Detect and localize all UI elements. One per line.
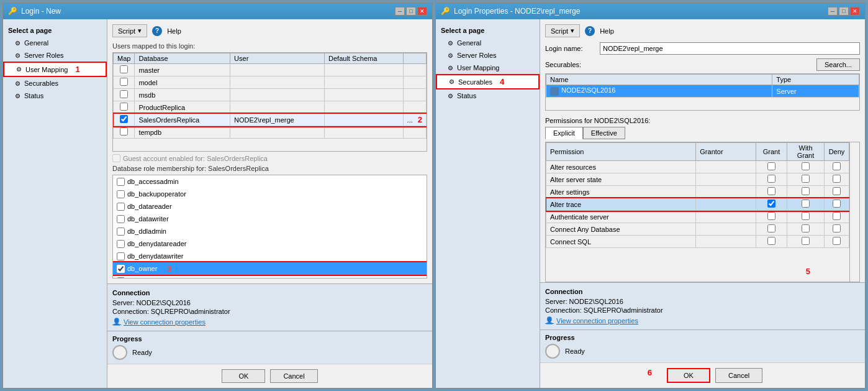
guest-checkbox[interactable]: [112, 154, 120, 162]
sidebar-item-securables-1[interactable]: ⚙ Securables: [3, 77, 107, 90]
perm-deny-checkbox[interactable]: [833, 187, 841, 195]
sidebar-item-server-roles-1[interactable]: ⚙ Server Roles: [3, 49, 107, 62]
perm-with-grant-checkbox[interactable]: [802, 162, 810, 170]
close-btn-2[interactable]: ✕: [850, 7, 860, 16]
table-row: master: [114, 64, 427, 76]
minimize-btn-1[interactable]: ─: [395, 7, 405, 16]
role-item[interactable]: db_denydatawriter: [113, 250, 427, 262]
securables-row[interactable]: NODE2\SQL2016Server: [546, 85, 859, 98]
permission-row[interactable]: Alter settings: [546, 186, 849, 198]
role-checkbox[interactable]: [117, 228, 125, 236]
sidebar-label-user-mapping-2: User Mapping: [457, 64, 499, 71]
permission-row[interactable]: Alter server state: [546, 173, 849, 186]
help-icon-2[interactable]: ?: [585, 26, 595, 36]
sec-col-type: Type: [772, 75, 859, 85]
role-checkbox[interactable]: [117, 203, 125, 211]
perm-grant-checkbox[interactable]: [767, 187, 775, 195]
permission-row[interactable]: Alter resources: [546, 161, 849, 173]
row-checkbox[interactable]: [120, 65, 128, 73]
help-icon-1[interactable]: ?: [152, 26, 162, 36]
row-checkbox[interactable]: [120, 90, 128, 98]
perm-grant-checkbox[interactable]: [767, 162, 775, 170]
minimize-btn-2[interactable]: ─: [828, 7, 838, 16]
permission-row[interactable]: Connect Any Database: [546, 223, 849, 236]
role-item[interactable]: db_owner3: [113, 262, 427, 275]
perm-deny-checkbox[interactable]: [833, 175, 841, 183]
ok-btn-2[interactable]: OK: [667, 368, 710, 383]
perm-grant-checkbox[interactable]: [767, 224, 775, 232]
perm-grant-checkbox[interactable]: [767, 200, 775, 208]
perm-with-grant-checkbox[interactable]: [802, 187, 810, 195]
scrollbar-perm[interactable]: [849, 142, 859, 282]
sidebar-label-general-2: General: [457, 39, 481, 47]
role-checkbox[interactable]: [117, 252, 125, 260]
role-item[interactable]: db_denydatareader: [113, 237, 427, 250]
login-name-input[interactable]: [600, 42, 860, 55]
view-connection-link-2[interactable]: 👤 View connection properties: [545, 316, 860, 324]
col-user: User: [230, 53, 325, 64]
script-btn-1[interactable]: Script ▾: [112, 24, 147, 37]
perm-grant-checkbox[interactable]: [767, 212, 775, 220]
sidebar-item-securables-2[interactable]: ⚙ Securables 4: [436, 74, 540, 90]
tab-effective[interactable]: Effective: [583, 127, 625, 139]
row-checkbox[interactable]: [120, 78, 128, 86]
role-checkbox[interactable]: [117, 190, 125, 198]
role-item[interactable]: db_ddladmin: [113, 225, 427, 237]
sidebar-item-user-mapping-1[interactable]: ⚙ User Mapping 1: [3, 62, 107, 77]
perm-deny-checkbox[interactable]: [833, 212, 841, 220]
footer-1: OK Cancel: [107, 364, 432, 388]
guest-label: Guest account enabled for: SalesOrdersRe…: [123, 155, 268, 162]
role-item[interactable]: db_securityadmin: [113, 275, 427, 278]
maximize-btn-2[interactable]: □: [839, 7, 849, 16]
role-checkbox[interactable]: [117, 215, 125, 223]
cancel-btn-1[interactable]: Cancel: [270, 369, 317, 383]
row-checkbox[interactable]: [120, 127, 128, 136]
sidebar-item-status-2[interactable]: ⚙ Status: [436, 90, 540, 102]
view-connection-link-1[interactable]: 👤 View connection properties: [112, 318, 427, 326]
sidebar-item-general-1[interactable]: ⚙ General: [3, 37, 107, 49]
permission-row[interactable]: Alter trace: [546, 198, 849, 211]
perm-with-grant-checkbox[interactable]: [802, 200, 810, 208]
role-checkbox[interactable]: [117, 240, 125, 248]
tabs-row: Explicit Effective: [545, 127, 860, 139]
role-checkbox[interactable]: [117, 265, 125, 273]
ok-btn-1[interactable]: OK: [222, 369, 265, 383]
permission-row[interactable]: Authenticate server: [546, 211, 849, 223]
maximize-btn-1[interactable]: □: [406, 7, 416, 16]
role-checkbox[interactable]: [117, 277, 125, 279]
role-item[interactable]: db_datawriter: [113, 213, 427, 225]
perm-deny-checkbox[interactable]: [833, 224, 841, 232]
sidebar-item-general-2[interactable]: ⚙ General: [436, 37, 540, 49]
perm-deny-checkbox[interactable]: [833, 162, 841, 170]
search-btn[interactable]: Search...: [816, 58, 860, 71]
window1-title: Login - New: [21, 7, 61, 16]
sidebar-label-status-1: Status: [24, 92, 43, 99]
role-item[interactable]: db_accessadmin: [113, 175, 427, 188]
perm-with-grant-checkbox[interactable]: [802, 175, 810, 183]
role-item[interactable]: db_backupoperator: [113, 188, 427, 200]
perm-grant-checkbox[interactable]: [767, 175, 775, 183]
perm-with-grant-checkbox[interactable]: [802, 212, 810, 220]
row-checkbox[interactable]: [120, 115, 128, 123]
perm-grantor: [696, 236, 756, 248]
role-item[interactable]: db_datareader: [113, 200, 427, 213]
progress-row-2: Ready: [545, 344, 860, 359]
script-btn-2[interactable]: Script ▾: [545, 24, 580, 37]
role-label: db_securityadmin: [127, 277, 181, 278]
perm-grantor: [696, 211, 756, 223]
row-checkbox[interactable]: [120, 103, 128, 111]
permission-row[interactable]: Connect SQL: [546, 236, 849, 248]
perm-deny-checkbox[interactable]: [833, 237, 841, 245]
sidebar-item-user-mapping-2[interactable]: ⚙ User Mapping: [436, 62, 540, 74]
perm-with-grant-checkbox[interactable]: [802, 224, 810, 232]
close-btn-1[interactable]: ✕: [417, 7, 427, 16]
tab-explicit[interactable]: Explicit: [545, 127, 583, 139]
role-checkbox[interactable]: [117, 178, 125, 186]
sidebar-item-server-roles-2[interactable]: ⚙ Server Roles: [436, 49, 540, 62]
perm-grant-checkbox[interactable]: [767, 237, 775, 245]
cancel-btn-2[interactable]: Cancel: [715, 368, 762, 383]
perm-deny-checkbox[interactable]: [833, 200, 841, 208]
role-label: db_datawriter: [127, 215, 169, 223]
perm-with-grant-checkbox[interactable]: [802, 237, 810, 245]
sidebar-item-status-1[interactable]: ⚙ Status: [3, 90, 107, 102]
